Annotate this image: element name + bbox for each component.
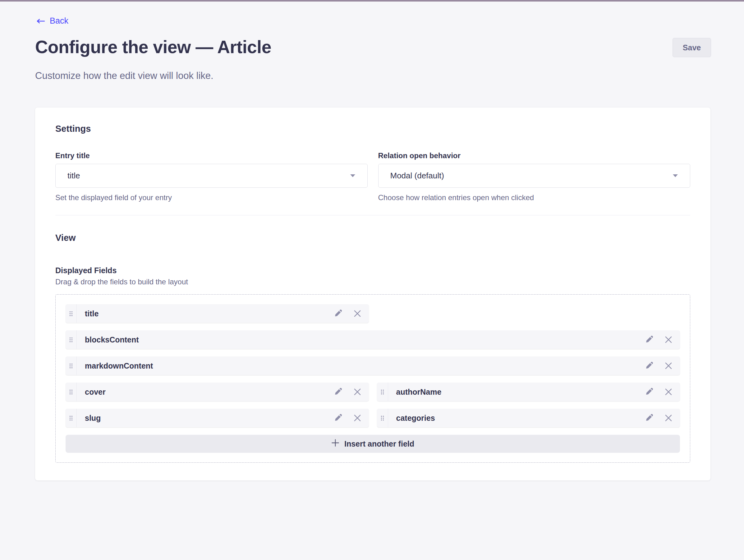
field-label: slug <box>85 414 101 423</box>
field-label: categories <box>396 414 435 423</box>
edit-pencil-icon[interactable] <box>333 414 342 422</box>
edit-pencil-icon[interactable] <box>644 362 653 370</box>
settings-grid: Entry title title Set the displayed fiel… <box>55 151 690 202</box>
section-divider <box>55 215 690 215</box>
relation-behavior-label: Relation open behavior <box>378 151 691 160</box>
remove-x-icon[interactable] <box>664 388 672 396</box>
back-arrow-icon <box>37 18 45 24</box>
plus-icon <box>331 439 339 449</box>
drag-handle-icon[interactable] <box>377 409 388 427</box>
back-label: Back <box>50 16 68 26</box>
field-row-categories[interactable]: categories <box>377 409 680 427</box>
displayed-fields-title: Displayed Fields <box>55 266 690 275</box>
field-line: markdownContent <box>66 357 680 375</box>
relation-behavior-field: Relation open behavior Modal (default) C… <box>378 151 691 202</box>
chevron-down-icon <box>350 174 356 178</box>
edit-pencil-icon[interactable] <box>333 387 342 396</box>
edit-pencil-icon[interactable] <box>644 414 653 422</box>
displayed-fields-subtitle: Drag & drop the fields to build the layo… <box>55 277 690 286</box>
relation-behavior-select[interactable]: Modal (default) <box>378 164 691 188</box>
field-row-title[interactable]: title <box>66 304 369 323</box>
field-label: markdownContent <box>85 362 153 370</box>
field-label: authorName <box>396 387 442 397</box>
configuration-card: Settings Entry title title Set the displ… <box>35 108 710 480</box>
field-row-cover[interactable]: cover <box>66 382 369 401</box>
chevron-down-icon <box>672 174 678 178</box>
field-row-slug[interactable]: slug <box>66 409 369 427</box>
field-row-blocksContent[interactable]: blocksContent <box>66 330 680 349</box>
drag-handle-icon[interactable] <box>66 304 77 323</box>
entry-title-value: title <box>68 171 80 181</box>
top-accent-bar <box>0 0 744 2</box>
drag-handle-icon[interactable] <box>66 409 77 427</box>
remove-x-icon[interactable] <box>354 414 362 422</box>
page-subtitle: Customize how the edit view will look li… <box>35 70 214 81</box>
remove-x-icon[interactable] <box>664 336 672 344</box>
settings-heading: Settings <box>55 124 690 134</box>
entry-title-label: Entry title <box>55 151 368 160</box>
insert-another-field-label: Insert another field <box>344 439 414 448</box>
save-button[interactable]: Save <box>672 38 711 57</box>
remove-x-icon[interactable] <box>354 309 362 318</box>
drag-handle-icon[interactable] <box>66 357 77 375</box>
remove-x-icon[interactable] <box>664 414 672 422</box>
field-row-authorName[interactable]: authorName <box>377 382 680 401</box>
field-line: slug categories <box>66 409 680 427</box>
drag-handle-icon[interactable] <box>66 330 77 349</box>
drag-handle-icon[interactable] <box>377 382 388 401</box>
remove-x-icon[interactable] <box>664 362 672 370</box>
field-label: title <box>85 309 99 318</box>
insert-another-field-button[interactable]: Insert another field <box>66 435 680 453</box>
back-link[interactable]: Back <box>37 16 68 26</box>
remove-x-icon[interactable] <box>354 388 362 396</box>
fields-drop-zone: title blocksContent <box>55 294 690 463</box>
relation-behavior-hint: Choose how relation entries open when cl… <box>378 193 691 202</box>
entry-title-field: Entry title title Set the displayed fiel… <box>55 151 368 202</box>
edit-pencil-icon[interactable] <box>644 387 653 396</box>
relation-behavior-value: Modal (default) <box>390 171 444 181</box>
field-line: blocksContent <box>66 330 680 349</box>
field-line: cover authorName <box>66 382 680 401</box>
view-heading: View <box>55 233 690 243</box>
edit-pencil-icon[interactable] <box>333 309 342 318</box>
drag-handle-icon[interactable] <box>66 382 77 401</box>
page-title: Configure the view — Article <box>35 37 271 57</box>
edit-pencil-icon[interactable] <box>644 335 653 344</box>
entry-title-select[interactable]: title <box>55 164 368 188</box>
field-label: cover <box>85 387 106 397</box>
field-row-markdownContent[interactable]: markdownContent <box>66 357 680 375</box>
field-line: title <box>66 304 680 323</box>
entry-title-hint: Set the displayed field of your entry <box>55 193 368 202</box>
field-label: blocksContent <box>85 335 139 344</box>
